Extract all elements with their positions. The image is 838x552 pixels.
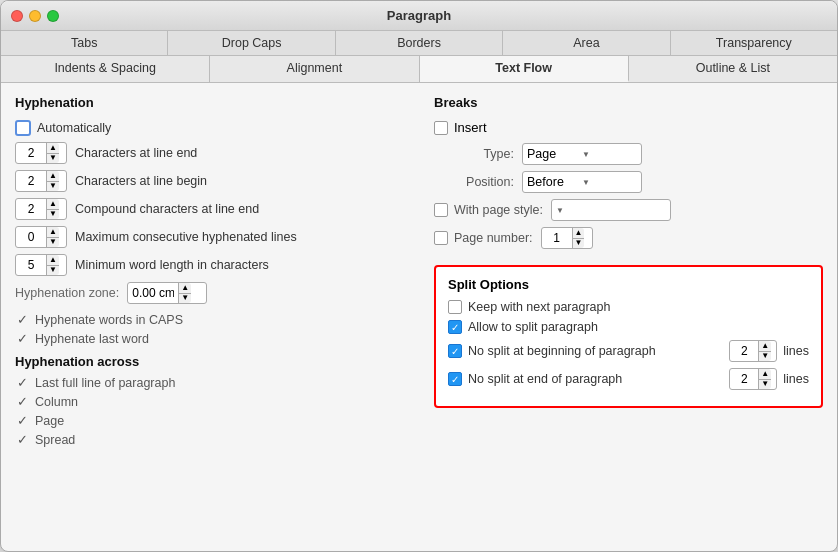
no-split-begin-up[interactable]: ▲ [759,341,771,352]
chars-line-begin-down[interactable]: ▼ [47,182,59,192]
tab-indents-spacing[interactable]: Indents & Spacing [1,56,210,82]
compound-chars-input[interactable] [16,202,46,216]
zone-down[interactable]: ▼ [179,294,191,304]
tab-borders[interactable]: Borders [336,31,503,55]
position-row: Position: Before ▼ [434,171,823,193]
max-consecutive-spinner[interactable]: ▲ ▼ [15,226,67,248]
hyphenate-caps-label: Hyphenate words in CAPS [35,313,183,327]
max-consecutive-down[interactable]: ▼ [47,238,59,248]
automatically-checkbox[interactable] [15,120,31,136]
insert-row: Insert [434,120,823,135]
no-split-end-label: No split at end of paragraph [468,372,721,386]
split-options-title: Split Options [448,277,809,292]
keep-next-checkbox[interactable] [448,300,462,314]
tab-alignment[interactable]: Alignment [210,56,419,82]
type-select[interactable]: Page ▼ [522,143,642,165]
keep-next-row: Keep with next paragraph [448,300,809,314]
page-number-label: Page number: [454,231,533,245]
position-select[interactable]: Before ▼ [522,171,642,193]
zone-up[interactable]: ▲ [179,283,191,294]
maximize-button[interactable] [47,10,59,22]
chars-line-end-down[interactable]: ▼ [47,154,59,164]
tab-drop-caps[interactable]: Drop Caps [168,31,335,55]
hyphenation-zone-row: Hyphenation zone: ▲ ▼ [15,282,404,304]
min-word-length-up[interactable]: ▲ [47,255,59,266]
max-consecutive-up[interactable]: ▲ [47,227,59,238]
page-style-select[interactable]: ▼ [551,199,671,221]
no-split-end-up[interactable]: ▲ [759,369,771,380]
allow-split-label: Allow to split paragraph [468,320,598,334]
dialog-title: Paragraph [387,8,451,23]
minimize-button[interactable] [29,10,41,22]
chars-line-begin-up[interactable]: ▲ [47,171,59,182]
chars-line-begin-row: ▲ ▼ Characters at line begin [15,170,404,192]
no-split-begin-spinner[interactable]: ▲ ▼ [729,340,777,362]
max-consecutive-input[interactable] [16,230,46,244]
allow-split-row: ✓ Allow to split paragraph [448,320,809,334]
no-split-end-checkbox[interactable]: ✓ [448,372,462,386]
across-page-check: ✓ [15,413,29,428]
chars-line-end-label: Characters at line end [75,146,197,160]
type-select-arrow: ▼ [582,150,637,159]
tabs-row1: Tabs Drop Caps Borders Area Transparency [1,31,837,56]
min-word-length-spinner[interactable]: ▲ ▼ [15,254,67,276]
page-style-label: With page style: [454,203,543,217]
type-label: Type: [434,147,514,161]
no-split-begin-row: ✓ No split at beginning of paragraph ▲ ▼… [448,340,809,362]
page-number-down[interactable]: ▼ [573,239,585,249]
chars-line-end-spinner[interactable]: ▲ ▼ [15,142,67,164]
window-buttons [11,10,59,22]
across-spread-item: ✓ Spread [15,432,404,447]
across-spread-check: ✓ [15,432,29,447]
compound-chars-down[interactable]: ▼ [47,210,59,220]
across-page-label: Page [35,414,64,428]
min-word-length-label: Minimum word length in characters [75,258,269,272]
no-split-end-input[interactable] [730,372,758,386]
split-options-section: Split Options Keep with next paragraph ✓… [434,265,823,408]
zone-input[interactable] [128,286,178,300]
page-number-input[interactable] [542,231,572,245]
no-split-end-down[interactable]: ▼ [759,380,771,390]
no-split-begin-input[interactable] [730,344,758,358]
hyphenation-across-title: Hyphenation across [15,354,404,369]
chars-line-end-up[interactable]: ▲ [47,143,59,154]
compound-chars-up[interactable]: ▲ [47,199,59,210]
page-number-spinner[interactable]: ▲ ▼ [541,227,593,249]
compound-chars-row: ▲ ▼ Compound characters at line end [15,198,404,220]
no-split-begin-down[interactable]: ▼ [759,352,771,362]
close-button[interactable] [11,10,23,22]
insert-checkbox[interactable] [434,121,448,135]
auto-checkbox-row: Automatically [15,120,404,136]
tab-area[interactable]: Area [503,31,670,55]
no-split-end-spinner[interactable]: ▲ ▼ [729,368,777,390]
page-style-checkbox[interactable] [434,203,448,217]
chars-line-end-input[interactable] [16,146,46,160]
chars-line-begin-input[interactable] [16,174,46,188]
zone-spinner[interactable]: ▲ ▼ [127,282,207,304]
tab-outline-list[interactable]: Outline & List [629,56,837,82]
type-row: Type: Page ▼ [434,143,823,165]
no-split-end-row: ✓ No split at end of paragraph ▲ ▼ lines [448,368,809,390]
tab-tabs[interactable]: Tabs [1,31,168,55]
hyphenation-title: Hyphenation [15,95,404,110]
main-content: Hyphenation Automatically ▲ ▼ Characters… [1,83,837,551]
tab-transparency[interactable]: Transparency [671,31,837,55]
tabs-row2: Indents & Spacing Alignment Text Flow Ou… [1,56,837,83]
chars-line-begin-label: Characters at line begin [75,174,207,188]
min-word-length-down[interactable]: ▼ [47,266,59,276]
compound-chars-spinner[interactable]: ▲ ▼ [15,198,67,220]
page-number-checkbox[interactable] [434,231,448,245]
hyphenate-caps-item: ✓ Hyphenate words in CAPS [15,312,404,327]
tab-text-flow[interactable]: Text Flow [420,56,629,82]
insert-label: Insert [454,120,487,135]
no-split-begin-label: No split at beginning of paragraph [468,344,721,358]
page-number-up[interactable]: ▲ [573,228,585,239]
across-column-item: ✓ Column [15,394,404,409]
chars-line-begin-spinner[interactable]: ▲ ▼ [15,170,67,192]
position-label: Position: [434,175,514,189]
titlebar: Paragraph [1,1,837,31]
min-word-length-input[interactable] [16,258,46,272]
no-split-begin-checkbox[interactable]: ✓ [448,344,462,358]
hyphenate-last-check-icon: ✓ [15,331,29,346]
allow-split-checkbox[interactable]: ✓ [448,320,462,334]
